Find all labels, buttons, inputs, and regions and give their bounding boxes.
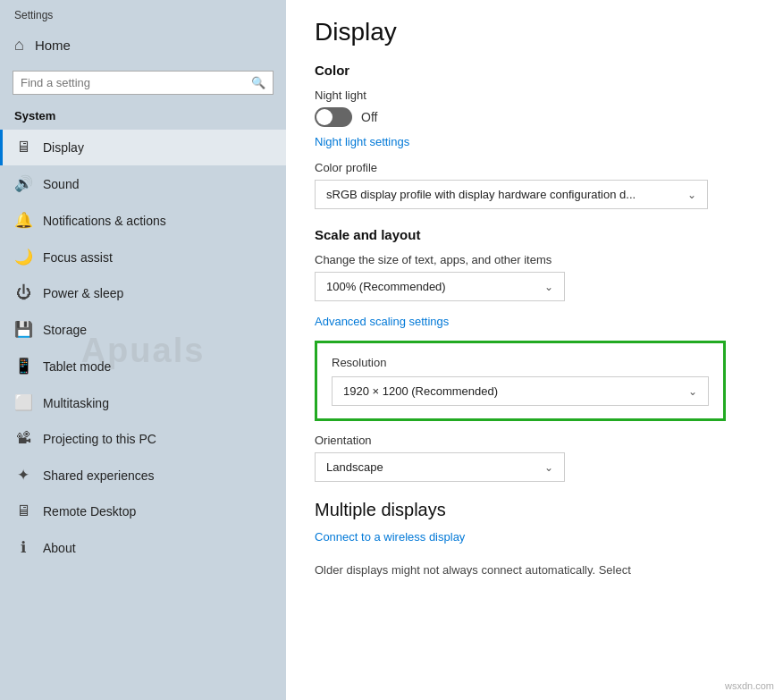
sidebar-item-tablet[interactable]: 📱 Tablet mode (0, 348, 286, 384)
notifications-icon: 🔔 (14, 211, 32, 230)
sidebar-item-power[interactable]: ⏻ Power & sleep (0, 275, 286, 311)
resolution-value: 1920 × 1200 (Recommended) (343, 384, 498, 398)
sidebar-item-storage[interactable]: 💾 Storage (0, 311, 286, 348)
sidebar-item-label-tablet: Tablet mode (43, 359, 111, 374)
night-light-settings-link[interactable]: Night light settings (315, 135, 409, 148)
sidebar-item-label-projecting: Projecting to this PC (43, 432, 156, 446)
projecting-icon: 📽 (14, 430, 32, 448)
sidebar-item-label-shared: Shared experiences (43, 468, 155, 483)
sidebar-item-remote[interactable]: 🖥 Remote Desktop (0, 493, 286, 529)
home-nav-item[interactable]: ⌂ Home (0, 27, 286, 63)
toggle-knob (316, 109, 333, 125)
sidebar-item-projecting[interactable]: 📽 Projecting to this PC (0, 421, 286, 457)
older-displays-text: Older displays might not always connect … (315, 561, 754, 579)
storage-icon: 💾 (14, 320, 32, 339)
multitasking-icon: ⬜ (14, 393, 32, 412)
multiple-displays-title: Multiple displays (315, 500, 754, 520)
scale-arrow: ⌄ (544, 281, 553, 293)
nav-list: 🖥 Display 🔊 Sound 🔔 Notifications & acti… (0, 130, 286, 566)
sidebar-item-sound[interactable]: 🔊 Sound (0, 165, 286, 202)
search-icon: 🔍 (251, 76, 265, 89)
sidebar-item-label-focus: Focus assist (43, 250, 113, 265)
orientation-label: Orientation (315, 434, 754, 447)
color-profile-value: sRGB display profile with display hardwa… (326, 188, 636, 201)
sidebar-item-focus[interactable]: 🌙 Focus assist (0, 239, 286, 275)
color-profile-label: Color profile (315, 161, 754, 174)
home-label: Home (35, 38, 71, 53)
page-title: Display (315, 18, 754, 46)
resolution-arrow: ⌄ (688, 385, 697, 398)
resolution-label: Resolution (332, 356, 709, 369)
resolution-box: Resolution 1920 × 1200 (Recommended) ⌄ (315, 341, 726, 421)
system-label: System (0, 104, 286, 130)
sidebar-item-label-power: Power & sleep (43, 286, 123, 300)
sidebar-item-label-multitasking: Multitasking (43, 396, 109, 410)
remote-icon: 🖥 (14, 502, 32, 520)
about-icon: ℹ (14, 538, 32, 557)
main-content: Display Color Night light Off Night ligh… (286, 0, 783, 700)
orientation-arrow: ⌄ (544, 461, 553, 474)
sound-icon: 🔊 (14, 174, 32, 193)
sidebar-item-shared[interactable]: ✦ Shared experiences (0, 457, 286, 493)
orientation-dropdown[interactable]: Landscape ⌄ (315, 452, 565, 482)
sidebar-item-label-storage: Storage (43, 323, 87, 337)
sidebar-item-about[interactable]: ℹ About (0, 529, 286, 566)
night-light-row: Off (315, 107, 754, 127)
sidebar-item-label-display: Display (43, 140, 84, 155)
color-profile-arrow: ⌄ (687, 189, 696, 201)
shared-icon: ✦ (14, 466, 32, 485)
night-light-state: Off (361, 110, 377, 124)
scale-section-title: Scale and layout (315, 227, 754, 242)
tablet-icon: 📱 (14, 357, 32, 375)
sidebar-item-label-remote: Remote Desktop (43, 504, 136, 519)
search-input[interactable] (21, 76, 251, 89)
display-icon: 🖥 (14, 139, 32, 156)
color-profile-dropdown[interactable]: sRGB display profile with display hardwa… (315, 180, 708, 209)
advanced-scaling-link[interactable]: Advanced scaling settings (315, 315, 449, 328)
sidebar: Settings ⌂ Home 🔍 System 🖥 Display 🔊 Sou… (0, 0, 286, 700)
sidebar-item-notifications[interactable]: 🔔 Notifications & actions (0, 202, 286, 239)
color-section-title: Color (315, 63, 754, 78)
scale-dropdown[interactable]: 100% (Recommended) ⌄ (315, 272, 565, 301)
connect-display-link[interactable]: Connect to a wireless display (315, 530, 465, 544)
scale-value: 100% (Recommended) (326, 280, 446, 293)
app-title: Settings (0, 0, 286, 27)
home-icon: ⌂ (14, 36, 24, 55)
power-icon: ⏻ (14, 284, 32, 302)
focus-icon: 🌙 (14, 248, 32, 266)
sidebar-item-display[interactable]: 🖥 Display (0, 130, 286, 165)
search-box: 🔍 (13, 71, 274, 95)
sidebar-item-label-sound: Sound (43, 177, 79, 191)
scale-sublabel: Change the size of text, apps, and other… (315, 253, 754, 266)
resolution-dropdown[interactable]: 1920 × 1200 (Recommended) ⌄ (332, 376, 709, 406)
sidebar-item-label-notifications: Notifications & actions (43, 214, 166, 228)
night-light-label: Night light (315, 89, 754, 102)
sidebar-item-label-about: About (43, 541, 76, 555)
sidebar-item-multitasking[interactable]: ⬜ Multitasking (0, 384, 286, 421)
orientation-value: Landscape (326, 460, 383, 474)
night-light-toggle[interactable] (315, 107, 352, 127)
